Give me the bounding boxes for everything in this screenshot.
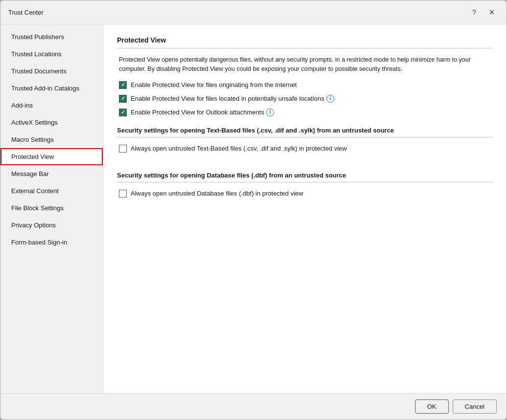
text-based-checkbox[interactable]	[119, 145, 127, 153]
dialog-body: Trusted PublishersTrusted LocationsTrust…	[0, 24, 507, 393]
page-title: Protected View	[117, 36, 493, 44]
checkbox-row-cb-internet: ✓Enable Protected View for files origina…	[117, 81, 493, 89]
title-bar-controls: ? ✕	[467, 5, 499, 19]
help-button[interactable]: ?	[467, 5, 481, 19]
cb-unsafe-locations-check-mark: ✓	[121, 96, 125, 101]
cb-outlook-label[interactable]: Enable Protected View for Outlook attach…	[131, 108, 274, 117]
sidebar-item-form-based-sign-in[interactable]: Form-based Sign-in	[0, 234, 103, 251]
database-divider	[117, 182, 493, 182]
checkbox-group-main: ✓Enable Protected View for files origina…	[117, 81, 493, 122]
sidebar-item-trusted-add-in-catalogs[interactable]: Trusted Add-in Catalogs	[0, 80, 103, 97]
database-checkbox[interactable]	[119, 190, 127, 198]
description-text: Protected View opens potentially dangero…	[117, 55, 493, 74]
cb-outlook-info-icon[interactable]: i	[266, 109, 274, 116]
cb-internet-checkbox[interactable]: ✓	[119, 81, 127, 89]
database-title: Security settings for opening Database f…	[117, 172, 493, 179]
ok-button[interactable]: OK	[415, 399, 449, 414]
sidebar: Trusted PublishersTrusted LocationsTrust…	[0, 24, 103, 393]
sidebar-item-add-ins[interactable]: Add-ins	[0, 97, 103, 114]
checkbox-row-cb-outlook: ✓Enable Protected View for Outlook attac…	[117, 108, 493, 117]
text-based-divider	[117, 137, 493, 137]
database-section: Security settings for opening Database f…	[117, 172, 493, 203]
text-based-checkbox-row: Always open untrusted Text-Based files (…	[117, 144, 493, 153]
sidebar-item-macro-settings[interactable]: Macro Settings	[0, 131, 103, 148]
dialog-footer: OK Cancel	[0, 393, 507, 420]
checkbox-row-cb-unsafe-locations: ✓Enable Protected View for files located…	[117, 94, 493, 103]
cb-unsafe-locations-label[interactable]: Enable Protected View for files located …	[131, 94, 334, 103]
sidebar-item-trusted-publishers[interactable]: Trusted Publishers	[0, 28, 103, 45]
sidebar-item-file-block-settings[interactable]: File Block Settings	[0, 199, 103, 217]
sidebar-item-protected-view[interactable]: Protected View	[0, 148, 103, 165]
text-based-section: Security settings for opening Text-Based…	[117, 127, 493, 158]
main-content: Protected View Protected View opens pote…	[103, 24, 507, 393]
sidebar-item-message-bar[interactable]: Message Bar	[0, 165, 103, 182]
text-based-title: Security settings for opening Text-Based…	[117, 127, 493, 134]
database-checkbox-row: Always open untrusted Database files (.d…	[117, 189, 493, 198]
text-based-label[interactable]: Always open untrusted Text-Based files (…	[131, 144, 347, 153]
dialog-title: Trust Center	[8, 9, 44, 16]
cb-unsafe-locations-checkbox[interactable]: ✓	[119, 95, 127, 103]
cb-unsafe-locations-info-icon[interactable]: i	[326, 95, 334, 103]
cb-outlook-checkbox[interactable]: ✓	[119, 109, 127, 116]
title-bar: Trust Center ? ✕	[0, 0, 507, 24]
database-label[interactable]: Always open untrusted Database files (.d…	[131, 189, 303, 198]
cb-internet-check-mark: ✓	[121, 82, 125, 88]
sidebar-item-trusted-documents[interactable]: Trusted Documents	[0, 63, 103, 80]
sidebar-item-trusted-locations[interactable]: Trusted Locations	[0, 45, 103, 63]
sidebar-item-activex-settings[interactable]: ActiveX Settings	[0, 114, 103, 131]
close-button[interactable]: ✕	[485, 5, 499, 19]
trust-center-dialog: Trust Center ? ✕ Trusted PublishersTrust…	[0, 0, 507, 420]
sidebar-item-external-content[interactable]: External Content	[0, 182, 103, 199]
title-divider	[117, 48, 493, 48]
cb-internet-label[interactable]: Enable Protected View for files originat…	[131, 81, 297, 89]
cancel-button[interactable]: Cancel	[453, 399, 497, 414]
cb-outlook-check-mark: ✓	[121, 110, 125, 115]
sidebar-item-privacy-options[interactable]: Privacy Options	[0, 217, 103, 234]
